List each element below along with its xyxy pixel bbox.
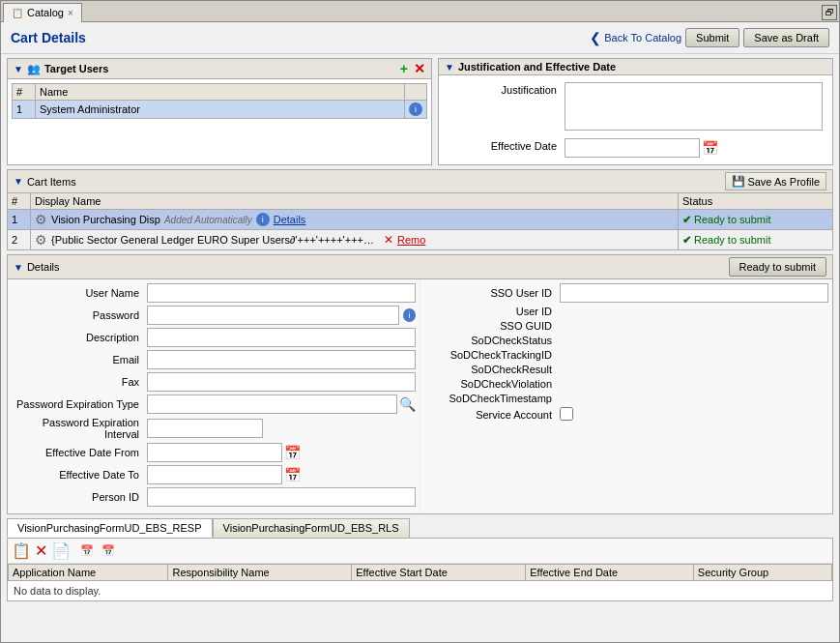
eff-date-to-cal-icon[interactable]: 📅	[284, 467, 301, 482]
description-input[interactable]	[147, 328, 416, 347]
sso-user-id-label: SSO User ID	[424, 287, 560, 299]
col-eff-end: Effective End Date	[526, 565, 694, 581]
gear-icon: ⚙	[35, 212, 47, 227]
email-label: Email	[12, 354, 147, 365]
password-input[interactable]	[147, 306, 399, 325]
sso-user-id-input[interactable]	[560, 283, 828, 303]
catalog-tab[interactable]: 📋 Catalog ×	[3, 3, 82, 22]
password-info-icon[interactable]: i	[403, 308, 416, 322]
col-app-name: Application Name	[9, 565, 168, 581]
row-info[interactable]: i	[405, 101, 427, 119]
pwd-exp-type-row: Password Expiration Type 🔍	[12, 395, 416, 414]
page-header: Cart Details ❮ Back To Catalog Submit Sa…	[1, 22, 839, 54]
main-scroll-area[interactable]: ▼ 👥 Target Users + ✕	[1, 54, 839, 642]
add-row-icon[interactable]: 📋	[12, 541, 31, 560]
sso-guid-label: SSO GUID	[424, 320, 560, 332]
ready-submit-button[interactable]: Ready to submit	[729, 257, 826, 277]
check-icon-2: ✔	[682, 234, 691, 247]
col-header-num: #	[13, 84, 36, 101]
details-right-col: SSO User ID User ID SSO GUID	[420, 279, 832, 513]
date-picker-icon-2[interactable]: 📅	[101, 544, 115, 557]
email-value	[147, 350, 416, 369]
eff-date-from-label: Effective Date From	[12, 447, 147, 458]
pwd-exp-interval-input[interactable]	[147, 419, 263, 438]
tab-ebs-resp[interactable]: VisionPurchasingFormUD_EBS_RESP	[7, 518, 213, 538]
eff-date-from-input[interactable]	[147, 443, 282, 462]
target-users-collapse-icon[interactable]: ▼	[14, 64, 23, 74]
justification-collapse-icon[interactable]: ▼	[445, 62, 454, 73]
target-users-table: # Name 1 System Administrator i	[12, 83, 427, 119]
info-icon[interactable]: i	[409, 102, 422, 116]
email-input[interactable]	[147, 350, 416, 369]
details-grid: User Name Password i	[8, 279, 832, 513]
check-icon: ✔	[682, 214, 691, 226]
cart-items-table: # Display Name Status 1 ⚙ Vision Purchas…	[7, 192, 833, 250]
details-header-left: ▼ Details	[14, 261, 60, 273]
user-name-input[interactable]	[147, 283, 416, 303]
details-link[interactable]: Details	[274, 214, 306, 225]
row-name: System Administrator	[36, 101, 405, 119]
eff-date-from-row: Effective Date From 📅	[12, 443, 416, 462]
cart-col-num: #	[8, 193, 31, 210]
justification-textarea[interactable]	[565, 82, 823, 131]
person-id-input[interactable]	[147, 487, 416, 507]
submit-button[interactable]: Submit	[685, 28, 739, 47]
eff-date-to-row: Effective Date To 📅	[12, 465, 416, 484]
fax-input[interactable]	[147, 372, 416, 392]
table-row[interactable]: 1 ⚙ Vision Purchasing Disp Added Automat…	[8, 210, 833, 230]
bottom-table-toolbar: 📋 ✕ 📄 📅 📅	[8, 539, 832, 564]
remove-user-icon[interactable]: ✕	[414, 61, 425, 76]
row-num: 1	[13, 101, 36, 119]
col-security-group: Security Group	[693, 565, 831, 581]
remove-row-icon[interactable]: ✕	[35, 541, 47, 560]
effective-date-cal-icon[interactable]: 📅	[702, 140, 718, 156]
save-profile-button[interactable]: 💾 Save As Profile	[725, 172, 826, 190]
status-label-2: Ready to submit	[694, 234, 770, 246]
details-title: Details	[27, 261, 60, 273]
cart-collapse-icon[interactable]: ▼	[14, 176, 23, 187]
table-row[interactable]: 2 ⚙ {Public Sector General Ledger EURO S…	[8, 230, 833, 250]
back-to-catalog-link[interactable]: ❮ Back To Catalog	[590, 30, 681, 45]
cart-col-status: Status	[679, 193, 833, 210]
back-arrow-icon: ❮	[590, 30, 601, 45]
remove-link-2[interactable]: Remo	[397, 234, 425, 246]
details-collapse-icon[interactable]: ▼	[14, 262, 23, 273]
pwd-exp-type-search-icon[interactable]: 🔍	[399, 396, 416, 412]
justification-form: Justification Effective Date 📅	[439, 75, 832, 164]
user-name-value	[147, 283, 416, 303]
effective-date-input[interactable]	[565, 138, 700, 158]
pwd-exp-type-input[interactable]	[147, 395, 397, 414]
status-label: Ready to submit	[694, 214, 770, 225]
eff-date-from-cal-icon[interactable]: 📅	[284, 445, 301, 460]
tab-close-btn[interactable]: ×	[68, 8, 73, 18]
pwd-exp-type-value: 🔍	[147, 395, 416, 414]
back-link-label: Back To Catalog	[604, 32, 681, 44]
added-automatically-label: Added Automatically	[164, 215, 252, 225]
tab-ebs-rls[interactable]: VisionPurchasingFormUD_EBS_RLS	[213, 518, 410, 538]
password-value: i	[147, 306, 416, 325]
remove-icon-2[interactable]: ✕	[384, 233, 393, 247]
email-row: Email	[12, 350, 416, 369]
sod-tracking-row: SoDCheckTrackingID	[424, 349, 828, 361]
save-draft-button[interactable]: Save as Draft	[743, 28, 829, 47]
header-actions: ❮ Back To Catalog Submit Save as Draft	[590, 28, 829, 47]
refresh-icon[interactable]: 📄	[51, 541, 71, 560]
eff-date-to-input[interactable]	[147, 465, 282, 484]
add-user-icon[interactable]: +	[400, 61, 408, 76]
date-picker-icon-1[interactable]: 📅	[80, 544, 94, 557]
service-account-checkbox[interactable]	[560, 407, 573, 421]
target-users-section-header: ▼ 👥 Target Users + ✕	[8, 59, 431, 79]
effective-date-label: Effective Date	[449, 138, 565, 152]
person-id-label: Person ID	[12, 491, 147, 503]
sod-timestamp-label: SoDCheckTimestamp	[424, 393, 560, 404]
restore-btn[interactable]: 🗗	[822, 5, 837, 20]
table-row[interactable]: 1 System Administrator i	[13, 101, 427, 119]
target-users-actions: + ✕	[400, 61, 425, 76]
fax-value	[147, 372, 416, 392]
user-id-label: User ID	[424, 306, 560, 317]
bottom-data-table: Application Name Responsibility Name Eff…	[8, 564, 832, 581]
justification-input-container	[565, 82, 823, 132]
sod-status-row: SoDCheckStatus	[424, 335, 828, 346]
bottom-table-area: 📋 ✕ 📄 📅 📅 Application Name Responsibilit…	[7, 538, 833, 601]
details-info-icon[interactable]: i	[256, 213, 270, 226]
